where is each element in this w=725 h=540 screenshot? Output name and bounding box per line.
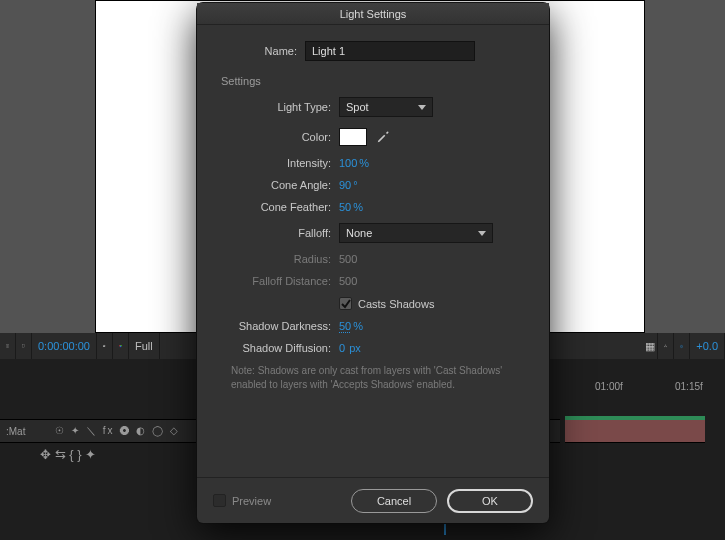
switch-column-icons: ☉ ✦ ＼ fx 🞉 ◐ ◯ ◇ — [49, 424, 185, 438]
dialog-title: Light Settings — [197, 3, 549, 25]
eyedropper-icon[interactable] — [373, 127, 393, 147]
shadow-darkness-unit: % — [353, 320, 363, 332]
column-label: :Mat — [0, 426, 25, 437]
mask-icon[interactable] — [16, 333, 32, 359]
channels-icon[interactable] — [113, 333, 129, 359]
color-label: Color: — [219, 131, 339, 143]
light-type-value: Spot — [346, 101, 369, 113]
chevron-down-icon — [478, 231, 486, 236]
color-swatch[interactable] — [339, 128, 367, 146]
cone-feather-label: Cone Feather: — [219, 201, 339, 213]
falloff-label: Falloff: — [219, 227, 339, 239]
flowchart-icon[interactable] — [658, 333, 674, 359]
resolution-dropdown[interactable]: Full — [129, 333, 160, 359]
intensity-label: Intensity: — [219, 157, 339, 169]
grid-icon[interactable] — [0, 333, 16, 359]
ruler-tick: 01:00f — [595, 381, 623, 392]
casts-shadows-checkbox[interactable] — [339, 297, 352, 310]
ok-button[interactable]: OK — [447, 489, 533, 513]
cone-feather-unit: % — [353, 201, 363, 213]
current-timecode[interactable]: 0:00:00:00 — [32, 333, 97, 359]
falloff-distance-label: Falloff Distance: — [219, 275, 339, 287]
light-settings-dialog: Light Settings Name: Settings Light Type… — [197, 3, 549, 523]
shadow-diffusion-value[interactable]: 0 — [339, 342, 345, 354]
svg-rect-5 — [104, 345, 105, 346]
falloff-distance-value: 500 — [339, 275, 357, 287]
radius-value: 500 — [339, 253, 357, 265]
radius-label: Radius: — [219, 253, 339, 265]
cone-feather-value[interactable]: 50 — [339, 201, 351, 213]
cancel-button[interactable]: Cancel — [351, 489, 437, 513]
falloff-value: None — [346, 227, 372, 239]
shadow-diffusion-unit: px — [349, 342, 361, 354]
time-ruler[interactable]: 01:00f 01:15f — [565, 369, 705, 399]
shadow-diffusion-label: Shadow Diffusion: — [219, 342, 339, 354]
aperture-icon[interactable] — [674, 333, 690, 359]
shadows-note: Note: Shadows are only cast from layers … — [231, 364, 527, 391]
cone-angle-value[interactable]: 90 — [339, 179, 351, 191]
falloff-select[interactable]: None — [339, 223, 493, 243]
layer-bar[interactable] — [565, 419, 705, 443]
ruler-tick: 01:15f — [675, 381, 703, 392]
light-type-label: Light Type: — [219, 101, 339, 113]
svg-rect-3 — [22, 345, 25, 348]
shadow-darkness-value[interactable]: 50 — [339, 320, 351, 332]
cone-angle-label: Cone Angle: — [219, 179, 339, 191]
light-type-select[interactable]: Spot — [339, 97, 433, 117]
transparency-icon[interactable]: ▦ — [642, 333, 658, 359]
svg-rect-9 — [665, 345, 666, 346]
svg-point-8 — [120, 346, 122, 348]
preview-label: Preview — [232, 495, 271, 507]
preview-checkbox[interactable] — [213, 494, 226, 507]
chevron-down-icon — [418, 105, 426, 110]
name-label: Name: — [219, 45, 305, 57]
cone-angle-unit: ° — [353, 179, 357, 191]
camera-icon[interactable] — [97, 333, 113, 359]
name-input[interactable] — [305, 41, 475, 61]
casts-shadows-label: Casts Shadows — [358, 298, 434, 310]
svg-rect-4 — [103, 345, 105, 347]
intensity-unit: % — [359, 157, 369, 169]
intensity-value[interactable]: 100 — [339, 157, 357, 169]
svg-point-15 — [681, 345, 684, 348]
timeline-footer-icons[interactable]: ✥ ⇆ { } ✦ — [40, 447, 96, 462]
shadow-darkness-label: Shadow Darkness: — [219, 320, 339, 332]
settings-section-label: Settings — [221, 75, 527, 87]
dialog-footer: Preview Cancel OK — [197, 477, 549, 523]
exposure-value[interactable]: +0.0 — [690, 333, 725, 359]
